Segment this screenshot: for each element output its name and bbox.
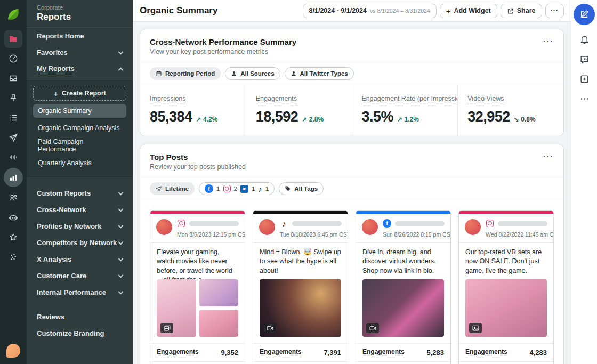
reporting-period-chip[interactable]: Reporting Period [150, 67, 221, 80]
metric-engagement-rate: Engagement Rate (per Impression) 3.5% ↗ … [352, 85, 458, 136]
star-icon[interactable] [4, 228, 22, 246]
add-widget-square-icon[interactable] [579, 74, 590, 84]
post-media[interactable] [362, 279, 444, 337]
post-image [199, 279, 239, 306]
add-widget-button[interactable]: + Add Widget [440, 4, 497, 18]
widget-more-button[interactable]: ··· [543, 37, 554, 46]
all-tags-chip[interactable]: All Tags [279, 182, 324, 195]
all-twitter-types-chip[interactable]: All Twitter Types [285, 67, 354, 80]
post-card[interactable]: f Sun 8/26/2022 8:15 pm CST Dive in, dre… [356, 210, 451, 364]
post-text: Dive in, dream big, and discover virtual… [356, 243, 450, 279]
top-posts-widget: Top Posts Review your top posts publishe… [140, 144, 564, 364]
chevron-down-icon [118, 256, 124, 261]
sidebar-report-paid-campaign-performance[interactable]: Paid Campaign Performance [33, 137, 126, 153]
post-text: Mind = Blown. 🤯 Swipe up to see what the… [253, 243, 348, 279]
create-report-button[interactable]: + Create Report [33, 86, 126, 101]
sidebar-section-x-analysis[interactable]: X Analysis [27, 251, 133, 268]
sidebar-section-cross-network[interactable]: Cross-Network [27, 201, 133, 218]
sidebar-title: Reports [37, 12, 123, 22]
sidebar-item-favorites[interactable]: Favorites [27, 44, 133, 61]
compose-button[interactable] [574, 4, 595, 25]
post-card[interactable]: ♪ Tue 8/18/2023 6:45 pm CST Mind = Blown… [253, 210, 348, 364]
post-text: Our top-rated VR sets are now ON SALE. D… [459, 243, 553, 279]
audience-users-icon[interactable] [4, 189, 22, 207]
sidebar-section-competitors-by-network[interactable]: Competitors by Network [27, 234, 133, 251]
summary-filter-row: Reporting Period All Sources All Twitter… [140, 62, 563, 85]
trend-up-icon: ↗ [196, 116, 201, 123]
date-range-button[interactable]: 8/1/2024 - 9/1/2024 vs 8/1/2024 – 8/31/2… [303, 4, 437, 18]
header-more-button[interactable]: ··· [545, 4, 564, 18]
metric-label[interactable]: Engagements [256, 95, 297, 104]
tiktok-icon: ♪ [282, 220, 286, 228]
sidebar-report-quarterly-analysis[interactable]: Quarterly Analysis [33, 155, 126, 171]
page-title: Organic Summary [140, 5, 217, 16]
post-media[interactable] [157, 279, 238, 337]
metric-label[interactable]: Impressions [150, 95, 185, 104]
redacted-profile-name [292, 221, 342, 226]
metric-label[interactable]: Video Views [467, 95, 504, 104]
tag-icon [285, 185, 291, 192]
reports-folder-icon[interactable] [4, 30, 22, 48]
facebook-icon: f [383, 219, 391, 228]
metric-label[interactable]: Engagement Rate (per Impression) [362, 95, 458, 104]
sidebar-section-custom-reports[interactable]: Custom Reports [27, 185, 133, 201]
sidebar-report-organic-campaign-analysis[interactable]: Organic Campaign Analysis [33, 120, 126, 136]
metric-impressions: Impressions 85,384 ↗ 4.2% [140, 85, 246, 136]
bot-icon[interactable] [4, 208, 22, 227]
stat-row-engagements: Engagements5,283 [356, 343, 450, 361]
listening-waveform-icon[interactable] [4, 148, 22, 166]
gauge-icon[interactable] [4, 50, 22, 68]
sprout-logo-icon [6, 7, 20, 21]
sidebar-links: Reviews Customize Branding [27, 304, 133, 345]
sidebar-section-customer-care[interactable]: Customer Care [27, 268, 133, 284]
post-date: Sun 8/26/2022 8:15 pm CST [383, 231, 445, 238]
multi-image-icon [160, 323, 173, 333]
notifications-bell-icon[interactable] [579, 34, 590, 45]
sidebar-item-reviews[interactable]: Reviews [27, 309, 133, 325]
post-card[interactable]: Mon 8/6/2023 12:15 pm CST Elevate your g… [150, 210, 245, 364]
share-button[interactable]: Share [501, 4, 542, 18]
reports-bar-chart-icon[interactable] [4, 168, 23, 187]
sidebar-report-organic-summary[interactable]: Organic Summary [33, 104, 126, 118]
post-media[interactable] [465, 279, 547, 337]
my-reports-panel: + Create Report Organic Summary Organic … [27, 80, 133, 177]
task-list-icon[interactable] [4, 109, 22, 127]
pin-icon[interactable] [4, 89, 22, 107]
widget-more-button[interactable]: ··· [543, 152, 554, 161]
instagram-icon [223, 185, 231, 192]
metric-delta: ↗ 4.2% [196, 116, 218, 123]
sidebar-item-customize-branding[interactable]: Customize Branding [27, 325, 133, 342]
post-date: Wed 8/22/2022 11:45 am CST [486, 231, 547, 238]
person-icon [291, 70, 297, 77]
avatar [362, 219, 378, 235]
redacted-profile-name [498, 221, 547, 226]
trend-up-icon: ↗ [302, 116, 307, 123]
post-text: Elevate your gaming, watch movies like n… [150, 243, 245, 279]
metric-delta: ↗ 1.2% [397, 116, 419, 123]
publish-paper-plane-icon[interactable] [4, 128, 22, 147]
user-avatar[interactable] [6, 344, 20, 358]
metric-delta: ↘ 0.8% [514, 116, 536, 123]
rail-more-icon[interactable] [579, 93, 590, 104]
post-media[interactable] [260, 279, 341, 337]
metric-video-views: Video Views 32,952 ↘ 0.8% [457, 85, 563, 136]
network-filter-chip[interactable]: f1 2 in1 ♪1 [199, 182, 275, 195]
lifetime-chip[interactable]: Lifetime [150, 182, 195, 195]
video-icon [366, 323, 379, 333]
chevron-up-icon [118, 68, 124, 73]
sidebar-item-reports-home[interactable]: Reports Home [27, 28, 133, 44]
inbox-icon[interactable] [4, 69, 22, 87]
chevron-down-icon [118, 223, 124, 228]
sidebar-header: Corporate Reports [27, 0, 133, 28]
post-card[interactable]: Wed 8/22/2022 11:45 am CST Our top-rated… [458, 210, 554, 364]
person-icon [231, 70, 237, 77]
share-icon [507, 7, 514, 14]
instagram-icon [178, 220, 185, 227]
feedback-bubble-icon[interactable] [579, 54, 590, 64]
top-posts-grid: Mon 8/6/2023 12:15 pm CST Elevate your g… [140, 200, 563, 364]
sidebar-section-internal-performance[interactable]: Internal Performance [27, 284, 133, 301]
sidebar-section-profiles-by-network[interactable]: Profiles by Network [27, 218, 133, 234]
sidebar-item-my-reports[interactable]: My Reports [27, 61, 133, 77]
all-sources-chip[interactable]: All Sources [225, 67, 280, 80]
integrations-network-icon[interactable] [4, 248, 22, 266]
